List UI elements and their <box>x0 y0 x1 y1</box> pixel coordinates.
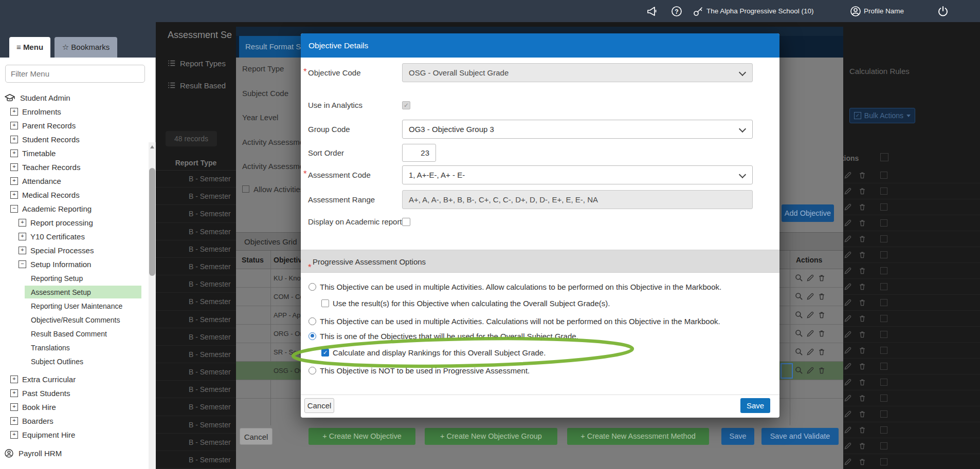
sort-order-input[interactable]: 23 <box>402 144 436 162</box>
edit-pencil-icon[interactable] <box>844 251 852 261</box>
sidebar-item-payroll-hrm[interactable]: Payroll HRM <box>0 446 149 460</box>
expand-icon[interactable]: + <box>10 149 18 157</box>
delete-trash-icon[interactable] <box>818 274 826 284</box>
delete-trash-icon[interactable] <box>858 378 866 388</box>
sidebar-item-objective-result-comments[interactable]: Objective/Result Comments <box>0 313 149 327</box>
option-radio-3[interactable]: This is one of the Objectives that will … <box>308 331 578 341</box>
edit-pencil-icon[interactable] <box>844 362 852 372</box>
sidebar-item-book-hire[interactable]: +Book Hire <box>0 400 149 414</box>
edit-pencil-icon[interactable] <box>844 378 852 388</box>
option-checkbox-4[interactable]: ✓Calculate and display Rankings for this… <box>321 348 546 357</box>
delete-trash-icon[interactable] <box>818 292 826 303</box>
edit-pencil-icon[interactable] <box>844 267 852 277</box>
expand-icon[interactable]: + <box>10 136 18 143</box>
row-checkbox[interactable] <box>880 203 887 211</box>
expand-icon[interactable]: + <box>10 163 18 171</box>
sidebar-item-setup-information[interactable]: −Setup Information <box>0 257 149 271</box>
edit-pencil-icon[interactable] <box>806 274 814 284</box>
panel-save-button[interactable]: Save <box>721 428 754 445</box>
row-checkbox[interactable] <box>880 379 887 386</box>
radio-selected-icon[interactable] <box>308 332 316 340</box>
expand-icon[interactable]: + <box>10 417 18 425</box>
edit-pencil-icon[interactable] <box>844 426 852 436</box>
delete-trash-icon[interactable] <box>858 362 866 372</box>
expand-icon[interactable]: + <box>10 177 18 185</box>
save-and-validate-button[interactable]: Save and Validate <box>761 428 839 445</box>
expand-icon[interactable]: + <box>10 191 18 199</box>
create-new-assessment-method-button[interactable]: + Create New Assessment Method <box>567 428 709 445</box>
view-search-icon[interactable] <box>795 274 803 284</box>
sidebar-item-report-processing[interactable]: +Report processing <box>0 216 149 230</box>
sidebar-item-attendance[interactable]: +Attendance <box>0 174 149 188</box>
scroll-up-icon[interactable] <box>150 145 154 148</box>
scrollbar-thumb[interactable] <box>149 168 155 276</box>
row-checkbox[interactable] <box>880 347 887 354</box>
row-checkbox[interactable] <box>880 267 887 274</box>
bg-header-checkbox[interactable] <box>880 153 888 161</box>
row-checkbox[interactable] <box>880 315 887 322</box>
expand-icon[interactable]: + <box>10 122 18 129</box>
expand-icon[interactable]: + <box>10 108 18 116</box>
delete-trash-icon[interactable] <box>858 203 866 213</box>
delete-trash-icon[interactable] <box>858 314 866 325</box>
sidebar-item-special-processes[interactable]: +Special Processes <box>0 243 149 257</box>
edit-pencil-icon[interactable] <box>844 283 852 293</box>
delete-trash-icon[interactable] <box>858 426 866 436</box>
delete-trash-icon[interactable] <box>858 410 866 420</box>
school-name[interactable]: The Alpha Progressive School (10) <box>706 7 814 15</box>
row-checkbox[interactable] <box>880 299 887 306</box>
row-checkbox[interactable] <box>880 331 887 338</box>
bulk-actions-button[interactable]: ✓ Bulk Actions <box>849 108 915 123</box>
delete-trash-icon[interactable] <box>818 366 826 377</box>
tab-bookmarks[interactable]: ☆ Bookmarks <box>55 37 117 58</box>
delete-trash-icon[interactable] <box>858 346 866 357</box>
edit-pencil-icon[interactable] <box>806 348 814 358</box>
edit-pencil-icon[interactable] <box>806 311 814 321</box>
sidebar-item-y10-certificates[interactable]: +Y10 Certificates <box>0 230 149 243</box>
radio-icon[interactable] <box>308 367 316 374</box>
link-result-based[interactable]: Result Based <box>168 80 226 90</box>
logout-power-icon[interactable] <box>937 5 949 17</box>
row-checkbox[interactable] <box>880 363 887 370</box>
sidebar-item-parent-records[interactable]: +Parent Records <box>0 119 149 133</box>
edit-pencil-icon[interactable] <box>844 458 852 468</box>
sidebar-item-translations[interactable]: Translations <box>0 341 149 354</box>
edit-pencil-icon[interactable] <box>844 394 852 404</box>
edit-pencil-icon[interactable] <box>844 171 852 181</box>
delete-trash-icon[interactable] <box>818 348 826 358</box>
delete-trash-icon[interactable] <box>858 330 866 341</box>
sidebar-item-medical-records[interactable]: +Medical Records <box>0 188 149 202</box>
sidebar-item-subject-outlines[interactable]: Subject Outlines <box>0 354 149 368</box>
edit-pencil-icon[interactable] <box>844 410 852 420</box>
megaphone-icon[interactable] <box>646 5 658 17</box>
radio-icon[interactable] <box>308 283 316 291</box>
sidebar-item-academic-reporting[interactable]: −Academic Reporting <box>0 202 149 216</box>
link-report-types[interactable]: Report Types <box>168 58 226 68</box>
objective-code-select[interactable]: OSG - Overall Subject Grade <box>402 63 753 82</box>
key-icon[interactable] <box>692 5 704 17</box>
edit-pencil-icon[interactable] <box>844 330 852 341</box>
edit-pencil-icon[interactable] <box>844 219 852 229</box>
help-icon[interactable]: ? <box>670 5 683 17</box>
row-checkbox[interactable] <box>880 458 887 465</box>
edit-pencil-icon[interactable] <box>844 442 852 452</box>
edit-pencil-icon[interactable] <box>844 346 852 357</box>
delete-trash-icon[interactable] <box>858 219 866 229</box>
sidebar-item-past-students[interactable]: +Past Students <box>0 386 149 400</box>
assessment-code-select[interactable]: 1, A+-E-, A+ - E- <box>402 165 753 184</box>
delete-trash-icon[interactable] <box>858 235 866 245</box>
row-checkbox[interactable] <box>880 235 887 242</box>
row-checkbox[interactable] <box>880 251 887 258</box>
delete-trash-icon[interactable] <box>858 442 866 452</box>
profile-name[interactable]: Profile Name <box>864 7 904 15</box>
sidebar-scrollbar[interactable] <box>149 142 156 469</box>
allow-activities-checkbox[interactable] <box>242 185 249 193</box>
delete-trash-icon[interactable] <box>858 394 866 404</box>
edit-pencil-icon[interactable] <box>844 235 852 245</box>
collapse-icon[interactable]: − <box>10 205 18 213</box>
row-checkbox[interactable] <box>880 219 887 227</box>
delete-trash-icon[interactable] <box>858 458 866 468</box>
view-search-icon[interactable] <box>795 366 803 377</box>
view-search-icon[interactable] <box>795 292 803 303</box>
view-search-icon[interactable] <box>795 311 803 321</box>
